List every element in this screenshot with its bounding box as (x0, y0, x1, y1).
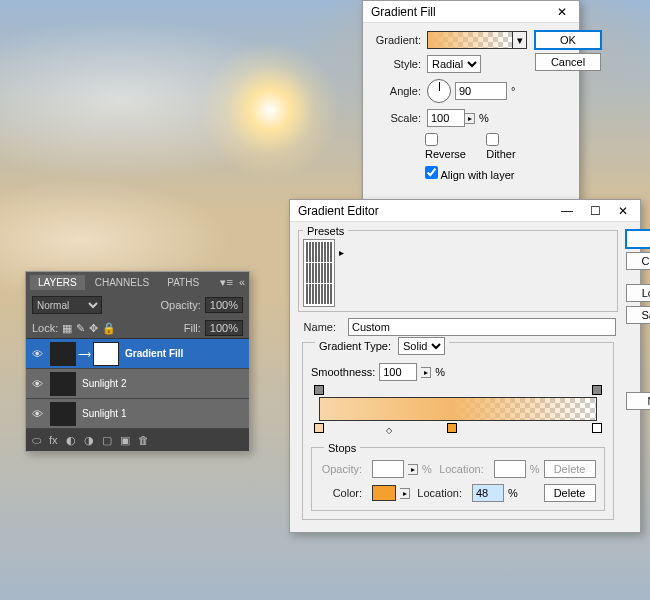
minimize-icon[interactable]: — (554, 202, 580, 220)
preset-swatch[interactable] (330, 263, 332, 283)
reverse-checkbox[interactable]: Reverse (425, 133, 476, 160)
gradient-type-select[interactable]: Solid (398, 337, 445, 355)
color-stop[interactable] (447, 423, 457, 433)
smoothness-input[interactable] (379, 363, 417, 381)
mask-icon[interactable]: ◐ (66, 434, 76, 447)
preset-swatch[interactable] (330, 242, 332, 262)
color-stop[interactable] (314, 423, 324, 433)
layer-row[interactable]: 👁 Sunlight 1 (26, 399, 249, 429)
preset-swatch[interactable] (309, 242, 311, 262)
visibility-icon[interactable]: 👁 (26, 408, 48, 420)
scale-spinner[interactable]: ▸ (465, 113, 475, 124)
tab-paths[interactable]: PATHS (159, 275, 207, 290)
lock-paint-icon[interactable]: ✎ (76, 322, 85, 335)
preset-menu-icon[interactable]: ▸ (339, 247, 344, 307)
layer-row[interactable]: 👁 Sunlight 2 (26, 369, 249, 399)
midpoint-icon[interactable]: ◇ (386, 426, 392, 435)
preset-swatch[interactable] (306, 284, 308, 304)
preset-swatch[interactable] (318, 242, 320, 262)
opacity-value[interactable]: 100% (205, 297, 243, 313)
style-select[interactable]: Radial (427, 55, 481, 73)
preset-swatch[interactable] (318, 284, 320, 304)
titlebar[interactable]: Gradient Editor — ☐ ✕ (290, 200, 640, 222)
link-icon[interactable]: ⬭ (32, 434, 41, 447)
folder-icon[interactable]: ▢ (102, 434, 112, 447)
preset-swatch[interactable] (315, 284, 317, 304)
color-swatch[interactable] (372, 485, 396, 501)
cancel-button[interactable]: Cancel (626, 252, 650, 270)
color-stop[interactable] (592, 423, 602, 433)
preset-swatch[interactable] (306, 263, 308, 283)
name-input[interactable] (348, 318, 616, 336)
preset-swatch[interactable] (321, 263, 323, 283)
panel-menu-icon[interactable]: ▾≡ (220, 276, 232, 289)
preset-swatch[interactable] (309, 263, 311, 283)
layer-row[interactable]: 👁 ⟶ Gradient Fill (26, 339, 249, 369)
preset-swatch[interactable] (324, 284, 326, 304)
layer-thumb[interactable] (50, 372, 76, 396)
layer-mask[interactable] (93, 342, 119, 366)
tab-layers[interactable]: LAYERS (30, 275, 85, 290)
blend-mode-select[interactable]: Normal (32, 296, 102, 314)
fill-value[interactable]: 100% (205, 320, 243, 336)
preset-swatch[interactable] (321, 284, 323, 304)
preset-swatch[interactable] (309, 284, 311, 304)
trash-icon[interactable]: 🗑 (138, 434, 149, 446)
lock-transparency-icon[interactable]: ▦ (62, 322, 72, 335)
preset-swatch[interactable] (327, 242, 329, 262)
chevron-down-icon[interactable]: ▾ (512, 32, 526, 48)
angle-input[interactable] (455, 82, 507, 100)
preset-swatch[interactable] (324, 263, 326, 283)
align-checkbox[interactable]: Align with layer (425, 166, 514, 181)
preset-swatch[interactable] (321, 242, 323, 262)
layer-thumb[interactable] (50, 402, 76, 426)
preset-swatch[interactable] (327, 284, 329, 304)
color-location-input[interactable] (472, 484, 504, 502)
preset-swatch[interactable] (306, 242, 308, 262)
color-stop-row[interactable]: ◇ (319, 423, 597, 437)
layer-name[interactable]: Sunlight 1 (78, 408, 126, 419)
collapse-icon[interactable]: « (239, 276, 245, 288)
load-button[interactable]: Load... (626, 284, 650, 302)
close-icon[interactable]: ✕ (610, 202, 636, 220)
preset-swatch[interactable] (312, 284, 314, 304)
dither-checkbox[interactable]: Dither (486, 133, 527, 160)
close-icon[interactable]: ✕ (549, 3, 575, 21)
lock-position-icon[interactable]: ✥ (89, 322, 98, 335)
visibility-icon[interactable]: 👁 (26, 378, 48, 390)
gradient-swatch[interactable]: ▾ (427, 31, 527, 49)
opacity-stop[interactable] (314, 385, 324, 395)
preset-swatch[interactable] (312, 242, 314, 262)
layer-name[interactable]: Gradient Fill (121, 348, 183, 359)
adjustment-icon[interactable]: ◑ (84, 434, 94, 447)
new-layer-icon[interactable]: ▣ (120, 434, 130, 447)
preset-swatch[interactable] (315, 263, 317, 283)
preset-swatch[interactable] (318, 263, 320, 283)
scale-input[interactable] (427, 109, 465, 127)
lock-all-icon[interactable]: 🔒 (102, 322, 116, 335)
preset-swatch[interactable] (330, 284, 332, 304)
tab-channels[interactable]: CHANNELS (87, 275, 157, 290)
layer-thumb[interactable] (50, 342, 76, 366)
gradient-ramp[interactable] (319, 397, 597, 421)
opacity-stop-row[interactable] (319, 381, 597, 395)
ok-button[interactable]: OK (626, 230, 650, 248)
preset-swatch[interactable] (324, 242, 326, 262)
preset-swatch[interactable] (312, 263, 314, 283)
ok-button[interactable]: OK (535, 31, 601, 49)
save-button[interactable]: Save... (626, 306, 650, 324)
preset-swatch[interactable] (327, 263, 329, 283)
layer-name[interactable]: Sunlight 2 (78, 378, 126, 389)
delete-color-stop-button[interactable]: Delete (544, 484, 596, 502)
opacity-stop[interactable] (592, 385, 602, 395)
cancel-button[interactable]: Cancel (535, 53, 601, 71)
smoothness-spinner[interactable]: ▸ (421, 367, 431, 378)
fx-icon[interactable]: fx (49, 434, 58, 446)
titlebar[interactable]: Gradient Fill ✕ (363, 1, 579, 23)
color-dropdown-icon[interactable]: ▸ (400, 488, 410, 499)
visibility-icon[interactable]: 👁 (26, 348, 48, 360)
new-button[interactable]: New (626, 392, 650, 410)
maximize-icon[interactable]: ☐ (582, 202, 608, 220)
preset-swatch[interactable] (315, 242, 317, 262)
angle-dial[interactable] (427, 79, 451, 103)
